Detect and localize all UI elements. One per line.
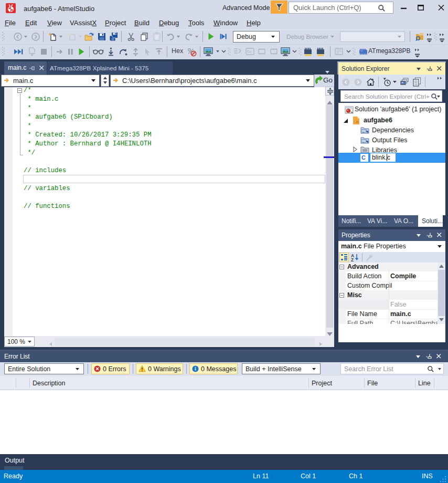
svg-text:0x: 0x xyxy=(247,49,251,54)
svg-text:Z: Z xyxy=(351,257,354,261)
